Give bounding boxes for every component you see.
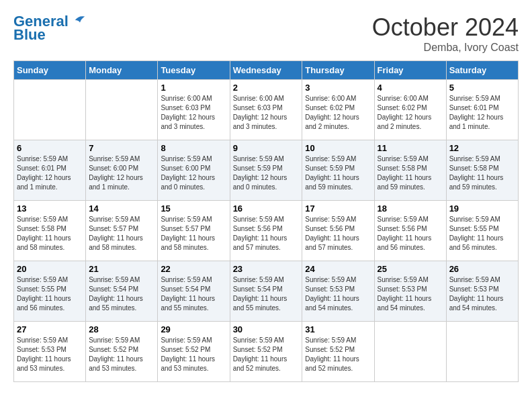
day-info: Sunrise: 5:59 AM Sunset: 5:58 PM Dayligh… [17,215,83,253]
day-info: Sunrise: 5:59 AM Sunset: 5:57 PM Dayligh… [161,215,226,253]
calendar-cell: 20Sunrise: 5:59 AM Sunset: 5:55 PM Dayli… [14,261,86,322]
day-info: Sunrise: 5:59 AM Sunset: 5:53 PM Dayligh… [378,275,443,313]
logo-bird-icon [74,14,86,26]
header-day-wednesday: Wednesday [230,61,302,80]
day-number: 23 [233,264,300,274]
day-info: Sunrise: 6:00 AM Sunset: 6:02 PM Dayligh… [378,94,443,132]
day-number: 27 [17,324,83,334]
day-info: Sunrise: 5:59 AM Sunset: 5:52 PM Dayligh… [89,336,154,373]
week-row-5: 27Sunrise: 5:59 AM Sunset: 5:53 PM Dayli… [14,322,519,382]
calendar-cell: 23Sunrise: 5:59 AM Sunset: 5:54 PM Dayli… [230,261,302,322]
week-row-2: 6Sunrise: 5:59 AM Sunset: 6:01 PM Daylig… [14,140,519,201]
day-info: Sunrise: 5:59 AM Sunset: 5:53 PM Dayligh… [17,336,83,373]
calendar-cell [86,80,158,140]
day-info: Sunrise: 5:59 AM Sunset: 5:53 PM Dayligh… [449,275,515,313]
header-day-friday: Friday [374,61,446,80]
day-number: 24 [305,264,371,274]
day-number: 21 [89,264,154,274]
calendar-cell: 2Sunrise: 6:00 AM Sunset: 6:03 PM Daylig… [230,80,302,140]
calendar-cell: 26Sunrise: 5:59 AM Sunset: 5:53 PM Dayli… [446,261,518,322]
day-info: Sunrise: 5:59 AM Sunset: 5:55 PM Dayligh… [449,215,515,253]
calendar-cell: 3Sunrise: 6:00 AM Sunset: 6:02 PM Daylig… [302,80,374,140]
day-number: 14 [89,203,154,214]
day-info: Sunrise: 5:59 AM Sunset: 5:52 PM Dayligh… [161,336,226,373]
day-info: Sunrise: 5:59 AM Sunset: 5:56 PM Dayligh… [378,215,443,253]
day-info: Sunrise: 5:59 AM Sunset: 5:55 PM Dayligh… [17,275,83,313]
day-info: Sunrise: 5:59 AM Sunset: 5:56 PM Dayligh… [233,215,300,253]
day-info: Sunrise: 5:59 AM Sunset: 6:00 PM Dayligh… [89,154,154,192]
calendar-cell: 13Sunrise: 5:59 AM Sunset: 5:58 PM Dayli… [14,201,86,261]
day-info: Sunrise: 5:59 AM Sunset: 5:59 PM Dayligh… [233,154,300,192]
header-day-sunday: Sunday [14,61,86,80]
calendar-cell: 18Sunrise: 5:59 AM Sunset: 5:56 PM Dayli… [374,201,446,261]
day-info: Sunrise: 5:59 AM Sunset: 5:52 PM Dayligh… [233,336,300,373]
day-number: 18 [378,203,443,214]
header-day-thursday: Thursday [302,61,374,80]
location: Demba, Ivory Coast [372,42,519,54]
day-info: Sunrise: 6:00 AM Sunset: 6:03 PM Dayligh… [161,94,226,132]
day-number: 13 [17,203,83,214]
calendar-cell: 5Sunrise: 5:59 AM Sunset: 6:01 PM Daylig… [446,80,518,140]
day-number: 17 [305,203,371,214]
calendar-cell: 6Sunrise: 5:59 AM Sunset: 6:01 PM Daylig… [14,140,86,201]
day-number: 30 [233,324,300,334]
calendar-cell: 15Sunrise: 5:59 AM Sunset: 5:57 PM Dayli… [158,201,230,261]
day-number: 3 [305,83,371,93]
day-number: 19 [449,203,515,214]
calendar-cell: 11Sunrise: 5:59 AM Sunset: 5:58 PM Dayli… [374,140,446,201]
header-day-monday: Monday [86,61,158,80]
day-number: 4 [378,83,443,93]
calendar-cell: 16Sunrise: 5:59 AM Sunset: 5:56 PM Dayli… [230,201,302,261]
day-info: Sunrise: 5:59 AM Sunset: 5:52 PM Dayligh… [305,336,371,373]
day-info: Sunrise: 5:59 AM Sunset: 5:56 PM Dayligh… [305,215,371,253]
calendar-cell: 14Sunrise: 5:59 AM Sunset: 5:57 PM Dayli… [86,201,158,261]
week-row-1: 1Sunrise: 6:00 AM Sunset: 6:03 PM Daylig… [14,80,519,140]
calendar-cell: 31Sunrise: 5:59 AM Sunset: 5:52 PM Dayli… [302,322,374,382]
day-info: Sunrise: 6:00 AM Sunset: 6:03 PM Dayligh… [233,94,300,132]
day-number: 26 [449,264,515,274]
calendar-cell: 7Sunrise: 5:59 AM Sunset: 6:00 PM Daylig… [86,140,158,201]
day-number: 16 [233,203,300,214]
day-number: 20 [17,264,83,274]
day-number: 11 [378,143,443,153]
day-info: Sunrise: 5:59 AM Sunset: 6:00 PM Dayligh… [161,154,226,192]
day-number: 1 [161,83,226,93]
calendar-cell: 25Sunrise: 5:59 AM Sunset: 5:53 PM Dayli… [374,261,446,322]
day-info: Sunrise: 5:59 AM Sunset: 6:01 PM Dayligh… [449,94,515,132]
calendar-cell: 28Sunrise: 5:59 AM Sunset: 5:52 PM Dayli… [86,322,158,382]
week-row-3: 13Sunrise: 5:59 AM Sunset: 5:58 PM Dayli… [14,201,519,261]
day-info: Sunrise: 5:59 AM Sunset: 5:59 PM Dayligh… [305,154,371,192]
calendar-cell: 1Sunrise: 6:00 AM Sunset: 6:03 PM Daylig… [158,80,230,140]
day-info: Sunrise: 5:59 AM Sunset: 5:54 PM Dayligh… [89,275,154,313]
day-info: Sunrise: 5:59 AM Sunset: 6:01 PM Dayligh… [17,154,83,192]
calendar-cell [446,322,518,382]
day-number: 25 [378,264,443,274]
calendar-cell: 27Sunrise: 5:59 AM Sunset: 5:53 PM Dayli… [14,322,86,382]
calendar-cell: 4Sunrise: 6:00 AM Sunset: 6:02 PM Daylig… [374,80,446,140]
logo-text-blue: Blue [13,27,46,43]
day-info: Sunrise: 5:59 AM Sunset: 5:54 PM Dayligh… [161,275,226,313]
calendar-cell: 29Sunrise: 5:59 AM Sunset: 5:52 PM Dayli… [158,322,230,382]
calendar-cell: 21Sunrise: 5:59 AM Sunset: 5:54 PM Dayli… [86,261,158,322]
calendar-cell: 12Sunrise: 5:59 AM Sunset: 5:58 PM Dayli… [446,140,518,201]
day-number: 15 [161,203,226,214]
calendar-table: SundayMondayTuesdayWednesdayThursdayFrid… [13,60,519,382]
calendar-cell [14,80,86,140]
calendar-cell: 30Sunrise: 5:59 AM Sunset: 5:52 PM Dayli… [230,322,302,382]
day-number: 10 [305,143,371,153]
header-row: SundayMondayTuesdayWednesdayThursdayFrid… [14,61,519,80]
day-number: 29 [161,324,226,334]
day-number: 9 [233,143,300,153]
day-number: 12 [449,143,515,153]
calendar-cell [374,322,446,382]
day-number: 31 [305,324,371,334]
month-title: October 2024 [372,13,519,42]
day-info: Sunrise: 5:59 AM Sunset: 5:57 PM Dayligh… [89,215,154,253]
day-info: Sunrise: 5:59 AM Sunset: 5:58 PM Dayligh… [378,154,443,192]
week-row-4: 20Sunrise: 5:59 AM Sunset: 5:55 PM Dayli… [14,261,519,322]
day-number: 8 [161,143,226,153]
logo: General Blue [13,13,86,43]
day-info: Sunrise: 5:59 AM Sunset: 5:53 PM Dayligh… [305,275,371,313]
day-number: 7 [89,143,154,153]
title-area: October 2024 Demba, Ivory Coast [372,13,519,54]
